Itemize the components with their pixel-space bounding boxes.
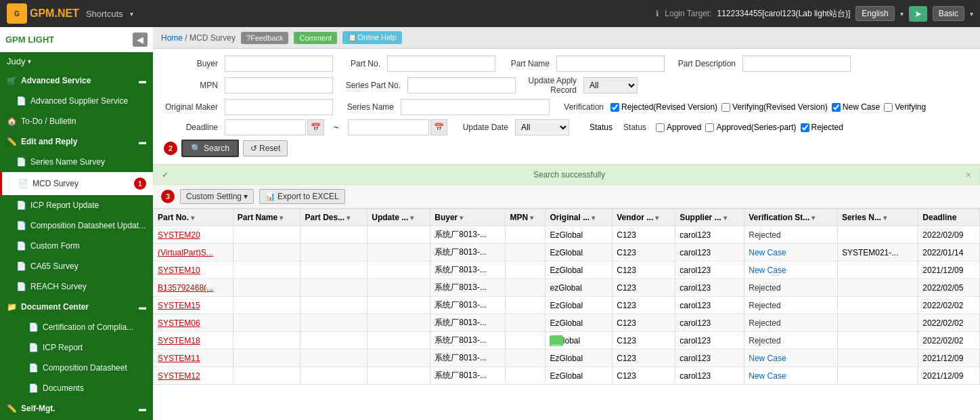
deadline-from-input[interactable] [225,119,306,135]
cell-part-no[interactable]: SYSTEM20 [154,226,233,244]
content-area: Home / MCD Survey ?Feedback Comment 📋Onl… [153,27,980,420]
deadline-to-calendar-icon[interactable]: 📅 [430,119,447,135]
sort-part-desc[interactable]: ▾ [347,214,350,222]
check-approved-series[interactable]: Approved(Series-part) [705,123,796,132]
sort-part-name[interactable]: ▾ [280,214,283,222]
sidebar-logo-text: GPM LIGHT [5,35,54,45]
series-part-no-input[interactable] [407,77,516,93]
user-dropdown-icon[interactable]: ▾ [28,58,31,65]
sidebar-item-icp-report[interactable]: 📄 ICP Report [0,337,153,358]
check-new-case[interactable]: New Case [832,102,880,112]
edit-reply-toggle[interactable]: ▬ [139,138,146,146]
buyer-input[interactable] [225,56,333,72]
cell-part-no[interactable]: B135792468(... [154,279,233,297]
shortcuts-dropdown-icon[interactable]: ▾ [130,10,133,18]
part-desc-input[interactable] [742,56,851,72]
sidebar-item-reach-survey[interactable]: 📄 REACH Survey [0,276,153,297]
sidebar-item-self-mgt[interactable]: ✏️ Self-Mgt. ▬ [0,398,153,419]
cell-verification: Rejected [744,226,838,244]
shortcuts-btn[interactable]: Shortcuts [86,9,123,19]
doc-center-toggle[interactable]: ▬ [139,303,146,311]
series-name-input[interactable] [401,99,550,115]
sidebar-item-cert-compliance[interactable]: 📄 Certification of Complia... [0,317,153,337]
deadline-from-calendar-icon[interactable]: 📅 [307,119,324,135]
sidebar-item-custom-form[interactable]: 📄 Custom Form [0,236,153,256]
sidebar-item-document-center[interactable]: 📁 Document Center ▬ [0,297,153,317]
sort-original[interactable]: ▾ [592,214,595,222]
sidebar-item-advanced-service[interactable]: 🛒 Advanced Service ▬ [0,70,153,91]
reset-btn[interactable]: ↺ Reset [243,140,288,156]
sidebar-label-self-mgt: Self-Mgt. [21,404,55,413]
sidebar-item-mcd-survey[interactable]: 📄 MCD Survey 1 [0,172,153,195]
update-apply-select[interactable]: All [583,77,638,93]
sort-verification[interactable]: ▾ [811,214,815,222]
advanced-service-toggle[interactable]: ▬ [139,77,146,85]
feedback-btn[interactable]: ?Feedback [241,32,288,44]
sidebar-item-icp-report-update[interactable]: 📄 ICP Report Update [0,195,153,215]
sidebar-item-composition-datasheet-update[interactable]: 📄 Composition Datasheet Updat... [0,215,153,236]
sidebar-item-advanced-supplier-service[interactable]: 📄 Advanced Supplier Service [0,91,153,111]
cell-part-no[interactable]: (VirtualPart)S... [154,244,233,261]
sort-series-n[interactable]: ▾ [883,214,887,222]
sort-update[interactable]: ▾ [410,214,414,222]
cell-part-no[interactable]: SYSTEM06 [154,314,233,332]
self-mgt-toggle[interactable]: ▬ [139,404,146,413]
success-close-btn[interactable]: × [966,169,971,180]
sidebar-back-btn[interactable]: ◀ [133,33,148,47]
check-approved-input[interactable] [656,123,665,132]
check-rejected-status[interactable]: Rejected [801,123,843,132]
sort-mpn[interactable]: ▾ [530,214,533,222]
basic-btn[interactable]: Basic [933,6,964,21]
part-no-input[interactable] [387,56,495,72]
nav-arrow-btn[interactable]: ➤ [909,6,927,22]
custom-setting-dropdown-icon: ▾ [244,192,248,201]
sidebar-item-ca65-survey[interactable]: 📄 CA65 Survey [0,256,153,276]
check-verifying-input[interactable] [884,103,893,112]
check-verifying-revised[interactable]: Verifying(Revised Version) [721,102,828,112]
custom-setting-btn[interactable]: Custom Setting ▾ [180,189,254,204]
sidebar-item-edit-reply[interactable]: ✏️ Edit and Reply ▬ [0,131,153,152]
comment-btn[interactable]: Comment [294,32,337,44]
check-new-case-input[interactable] [832,103,841,112]
doc-icon-3: 📄 [18,179,28,188]
check-verifying-revised-input[interactable] [721,103,730,112]
check-rejected-revised-input[interactable] [610,103,619,112]
cell-part-no[interactable]: SYSTEM12 [154,367,233,385]
sidebar-item-todo-bulletin[interactable]: 🏠 To-Do / Bulletin [0,111,153,131]
lang-dropdown-btn[interactable]: English [855,6,894,21]
export-excel-btn[interactable]: 📊 Export to EXCEL [259,189,345,204]
update-apply-label: Update ApplyRecord [522,76,577,95]
check-rejected-status-input[interactable] [801,123,809,132]
cell-part_desc [300,279,368,297]
deadline-to-input[interactable] [348,119,429,135]
update-date-select[interactable]: All [515,119,569,135]
cell-mpn [506,261,545,279]
cell-part-no[interactable]: SYSTEM10 [154,261,233,279]
cell-buyer: 系统厂8013-... [430,297,506,314]
part-name-input[interactable] [556,56,665,72]
check-approved-series-input[interactable] [705,123,714,132]
sidebar-item-series-name-survey[interactable]: 📄 Series Name Survey [0,152,153,172]
breadcrumb-home[interactable]: Home [161,33,183,43]
cell-part-no[interactable]: SYSTEM18 [154,332,233,350]
check-approved[interactable]: Approved [656,123,701,132]
online-help-btn[interactable]: 📋Online Help [342,31,401,44]
sidebar-label-comp-datasheet-update: Composition Datasheet Updat... [30,221,146,230]
cell-part-no[interactable]: SYSTEM15 [154,297,233,314]
sidebar-item-comp-datasheet[interactable]: 📄 Composition Datasheet [0,358,153,378]
cell-buyer: 系统厂8013-... [430,350,506,367]
sort-part-no[interactable]: ▾ [191,214,194,222]
mpn-input[interactable] [225,77,333,93]
sidebar-label-cert: Certification of Complia... [43,322,133,332]
original-maker-input[interactable] [225,99,333,115]
sidebar-item-documents[interactable]: 📄 Documents [0,378,153,398]
sort-vendor[interactable]: ▾ [655,214,659,222]
check-rejected-revised[interactable]: Rejected(Revised Version) [610,102,717,112]
check-verifying[interactable]: Verifying [884,102,926,112]
cell-vendor: C123 [612,261,675,279]
search-btn[interactable]: 🔍 Search [181,140,239,157]
success-icon: ✓ [162,170,169,180]
sort-supplier[interactable]: ▾ [723,214,727,222]
cell-part-no[interactable]: SYSTEM11 [154,350,233,367]
sort-buyer[interactable]: ▾ [460,214,463,222]
